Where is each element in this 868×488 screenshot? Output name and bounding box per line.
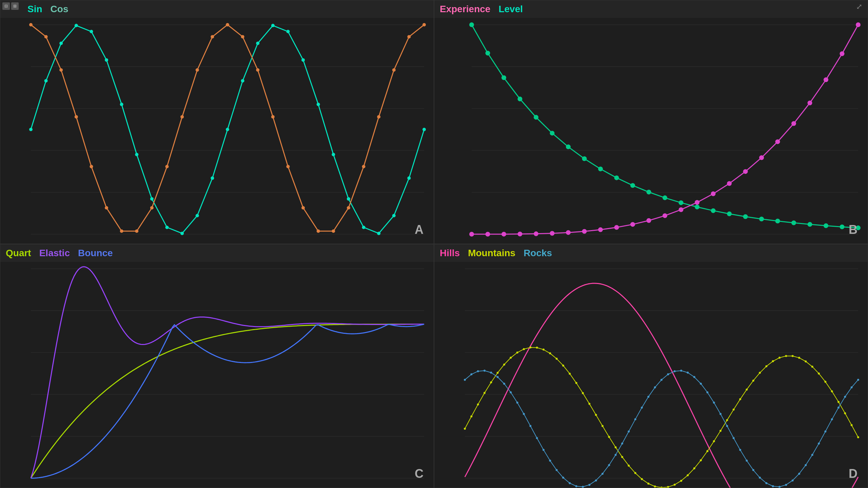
panel-b: ⤢ Experience Level 9604.00 7683.40 5762.… — [434, 0, 868, 244]
panel-d-label: D — [849, 467, 857, 481]
main-grid: ⊟ ⊞ Sin Cos 1.00 0.60 0.20 -0.20 -0.60 -… — [0, 0, 868, 488]
tab-cos[interactable]: Cos — [51, 4, 68, 15]
panel-a-header: Sin Cos — [0, 0, 434, 18]
tab-elastic[interactable]: Elastic — [39, 248, 70, 259]
tab-sin[interactable]: Sin — [27, 4, 42, 15]
tab-quart[interactable]: Quart — [6, 248, 31, 259]
tab-rocks[interactable]: Rocks — [524, 248, 552, 259]
chart-c — [0, 262, 434, 488]
panel-a: ⊟ ⊞ Sin Cos 1.00 0.60 0.20 -0.20 -0.60 -… — [0, 0, 434, 244]
panel-b-label: B — [849, 223, 857, 237]
panel-c-label: C — [415, 467, 423, 481]
panel-a-label: A — [415, 223, 423, 237]
tab-hills[interactable]: Hills — [440, 248, 460, 259]
panel-b-header: Experience Level — [434, 0, 868, 18]
tab-level[interactable]: Level — [498, 4, 523, 15]
corner-icon-b: ⤢ — [856, 2, 862, 11]
panel-c-header: Quart Elastic Bounce — [0, 244, 434, 262]
tab-experience[interactable]: Experience — [440, 4, 490, 15]
chart-a — [0, 18, 434, 244]
win-btn-1[interactable]: ⊟ — [2, 2, 10, 10]
win-btn-2[interactable]: ⊞ — [11, 2, 19, 10]
panel-c: Quart Elastic Bounce 1.36 1.09 0.82 0.55… — [0, 244, 434, 488]
panel-d-header: Hills Mountains Rocks — [434, 244, 868, 262]
tab-mountains[interactable]: Mountains — [468, 248, 515, 259]
chart-b — [434, 18, 868, 244]
panel-d: Hills Mountains Rocks 1.00 0.71 0.42 0.1… — [434, 244, 868, 488]
tab-bounce[interactable]: Bounce — [78, 248, 113, 259]
chart-d — [434, 262, 868, 488]
window-controls-a: ⊟ ⊞ — [2, 2, 19, 10]
